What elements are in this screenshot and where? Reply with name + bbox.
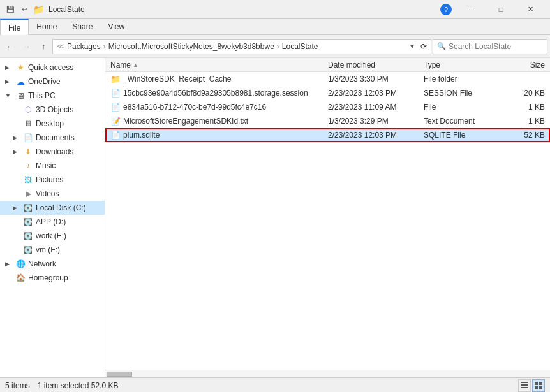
dropdown-arrow-icon[interactable]: ▼ [409, 43, 415, 50]
file-icon-row2: 📄 [110, 102, 121, 112]
drive-d-icon: 💽 [23, 217, 33, 227]
window-title: LocalState [48, 5, 440, 14]
svg-rect-3 [535, 382, 538, 385]
titlebar-icons: 💾 ↩ 📁 [5, 4, 43, 15]
table-row[interactable]: 📄 e834a516-b712-470c-be7d-99d5fc4e7c16 2… [105, 100, 550, 114]
breadcrumb-packages-label[interactable]: Packages [67, 42, 101, 51]
sidebar-item-this-pc[interactable]: ▼ 🖥 This PC [0, 89, 105, 103]
up-button[interactable]: ↑ [36, 39, 51, 54]
monitor-icon: 🖥 [15, 91, 26, 101]
tab-view[interactable]: View [100, 19, 132, 34]
file-type-row1: SESSION File [424, 89, 500, 98]
col-header-name[interactable]: Name ▲ [110, 61, 328, 69]
breadcrumb-packages[interactable]: ≪ [57, 42, 64, 50]
sidebar-label-documents: Documents [36, 133, 75, 142]
sidebar-item-videos[interactable]: ▶ Videos [0, 187, 105, 201]
col-header-type[interactable]: Type [424, 61, 500, 69]
breadcrumb-localstate[interactable]: LocalState [282, 42, 318, 51]
expand-arrow-quick-access: ▶ [5, 64, 13, 71]
sidebar-item-desktop[interactable]: 🖥 Desktop [0, 117, 105, 131]
refresh-icon[interactable]: ⟳ [420, 42, 427, 51]
horizontal-scrollbar[interactable] [105, 370, 550, 377]
items-count: 5 items [5, 381, 30, 390]
forward-button[interactable]: → [19, 39, 34, 54]
undo-icon[interactable]: ↩ [19, 4, 29, 15]
sort-arrow-name: ▲ [133, 62, 138, 68]
hscroll-thumb[interactable] [107, 372, 132, 377]
table-row[interactable]: 📝 MicrosoftStoreEngagementSDKId.txt 1/3/… [105, 114, 550, 128]
titlebar: 💾 ↩ 📁 LocalState ? ─ □ ✕ [0, 0, 550, 19]
details-view-button[interactable] [518, 379, 531, 392]
file-name-row0: _WinStoreSDK_Receipt_Cache [123, 75, 328, 83]
drive-c-icon: 💽 [23, 203, 33, 213]
sidebar-item-downloads[interactable]: ▶ ⬇ Downloads [0, 145, 105, 159]
list-view-button[interactable] [532, 379, 545, 392]
sidebar-item-documents[interactable]: ▶ 📄 Documents [0, 131, 105, 145]
help-button[interactable]: ? [440, 4, 452, 15]
back-button[interactable]: ← [3, 39, 18, 54]
expand-arrow-network: ▶ [5, 261, 13, 267]
file-type-row0: File folder [424, 75, 500, 83]
sidebar-label-music: Music [36, 161, 56, 170]
ribbon-tabs: File Home Share View [0, 19, 550, 34]
file-name-row4: plum.sqlite [123, 131, 328, 140]
sidebar-item-pictures[interactable]: 🖼 Pictures [0, 173, 105, 187]
addressbar: ← → ↑ ≪ Packages › Microsoft.MicrosoftSt… [0, 35, 550, 58]
sidebar-label-work-e: work (E:) [36, 231, 66, 240]
maximize-button[interactable]: □ [486, 0, 516, 19]
table-row[interactable]: 📄 plum.sqlite 2/23/2023 12:03 PM SQLITE … [105, 128, 550, 142]
view-controls [518, 379, 545, 392]
drive-e-icon: 💽 [23, 231, 33, 241]
svg-rect-1 [521, 384, 528, 386]
sidebar-item-local-disk-c[interactable]: ▶ 💽 Local Disk (C:) [0, 201, 105, 215]
sidebar: ▶ ★ Quick access ▶ ☁ OneDrive ▼ 🖥 This P… [0, 58, 105, 377]
sidebar-label-this-pc: This PC [28, 91, 56, 100]
sidebar-item-app-d[interactable]: 💽 APP (D:) [0, 215, 105, 229]
file-icon-row3: 📝 [110, 116, 121, 126]
sidebar-label-local-disk-c: Local Disk (C:) [36, 203, 86, 212]
sidebar-item-music[interactable]: ♪ Music [0, 159, 105, 173]
tab-home[interactable]: Home [29, 19, 64, 34]
svg-rect-0 [521, 382, 528, 383]
file-size-row1: 20 KB [500, 89, 545, 98]
save-icon[interactable]: 💾 [5, 4, 15, 15]
sidebar-item-vm-f[interactable]: 💽 vm (F:) [0, 243, 105, 257]
address-bar[interactable]: ≪ Packages › Microsoft.MicrosoftStickyNo… [52, 39, 431, 54]
tab-file[interactable]: File [0, 19, 29, 35]
selected-info: 1 item selected 52.0 KB [38, 381, 119, 390]
sidebar-label-videos: Videos [36, 189, 59, 198]
file-date-row0: 1/3/2023 3:30 PM [328, 75, 424, 83]
sidebar-item-work-e[interactable]: 💽 work (E:) [0, 229, 105, 243]
tab-share[interactable]: Share [64, 19, 100, 34]
sidebar-item-3d-objects[interactable]: ⬡ 3D Objects [0, 103, 105, 117]
sidebar-item-onedrive[interactable]: ▶ ☁ OneDrive [0, 75, 105, 89]
sep1: › [103, 42, 106, 51]
file-type-row2: File [424, 103, 500, 112]
sidebar-item-network[interactable]: ▶ 🌐 Network [0, 257, 105, 271]
file-name-row3: MicrosoftStoreEngagementSDKId.txt [123, 117, 328, 126]
cube-icon: ⬡ [23, 105, 33, 115]
sidebar-label-quick-access: Quick access [28, 63, 73, 72]
search-input[interactable] [449, 42, 543, 51]
table-row[interactable]: 📄 15cbc93e90a4d56bf8d9a29305b8981.storag… [105, 86, 550, 100]
network-icon: 🌐 [15, 259, 26, 269]
col-header-date[interactable]: Date modified [328, 61, 424, 69]
close-button[interactable]: ✕ [516, 0, 545, 19]
file-size-row4: 52 KB [500, 131, 545, 140]
file-icon-row1: 📄 [110, 88, 121, 98]
minimize-button[interactable]: ─ [457, 0, 486, 19]
svg-rect-6 [539, 386, 542, 389]
sidebar-item-quick-access[interactable]: ▶ ★ Quick access [0, 61, 105, 75]
file-date-row2: 2/23/2023 11:09 AM [328, 103, 424, 112]
table-row[interactable]: 📁 _WinStoreSDK_Receipt_Cache 1/3/2023 3:… [105, 72, 550, 86]
breadcrumb-stickynotes[interactable]: Microsoft.MicrosoftStickyNotes_8wekyb3d8… [108, 42, 274, 51]
col-header-size[interactable]: Size [500, 61, 545, 69]
statusbar: 5 items 1 item selected 52.0 KB [0, 377, 550, 392]
file-icon-row4: 📄 [110, 130, 121, 140]
expand-arrow-c: ▶ [13, 205, 20, 211]
expand-arrow-onedrive: ▶ [5, 78, 13, 85]
sidebar-label-downloads: Downloads [36, 147, 73, 156]
sidebar-label-network: Network [28, 259, 56, 268]
search-box[interactable]: 🔍 [433, 39, 547, 54]
sidebar-item-homegroup[interactable]: 🏠 Homegroup [0, 271, 105, 285]
